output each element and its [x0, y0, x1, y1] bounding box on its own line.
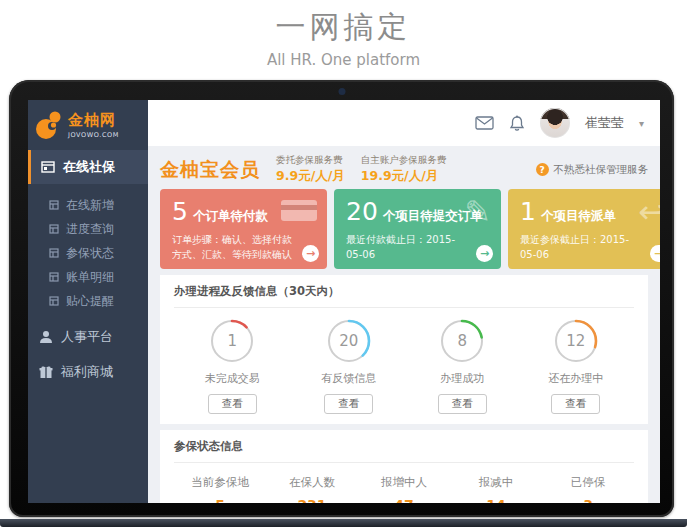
stat-adding-count: 报增中人 47	[358, 475, 450, 503]
list-icon	[49, 200, 59, 210]
stat-stopped-count: 已停保 3	[542, 475, 634, 503]
window-icon	[41, 161, 55, 173]
sidebar-item-label: 人事平台	[61, 328, 113, 346]
person-icon	[39, 330, 53, 344]
plan-entrusted: 委托参保服务费 9.9元/人/月	[276, 154, 345, 185]
card-projects-to-dispatch[interactable]: ↩ 1 个项目待派单 最近参保截止日：2015-05-06 →	[508, 189, 660, 269]
stat-value: 5	[174, 497, 266, 503]
plan-price: 9.9元/人/月	[276, 168, 345, 185]
member-title: 金柚宝会员	[160, 157, 260, 183]
pencil-icon: ✎	[464, 193, 491, 231]
sidebar-item-bill-detail[interactable]: 账单明细	[28, 265, 148, 289]
webcam-dot	[338, 88, 345, 95]
mail-icon[interactable]	[475, 116, 494, 130]
chevron-down-icon[interactable]: ▾	[639, 118, 644, 129]
view-button[interactable]: 查看	[208, 394, 257, 414]
logo[interactable]: 金柚网 JOVOWO.COM	[28, 100, 148, 150]
stat-current-locations: 当前参保地 5	[174, 475, 266, 503]
stat-label: 办理成功	[438, 371, 487, 386]
app-screen: 金柚网 JOVOWO.COM 在线社保 在线新增	[28, 100, 660, 503]
stat-in-progress: 12 还在办理中 查看	[548, 318, 603, 414]
status-stats: 当前参保地 5 在保人数 231 报增中人 47 报减中 14	[174, 475, 634, 503]
stat-value: 20	[326, 318, 372, 364]
card-title: 个项目待派单	[541, 208, 616, 225]
summary-cards: 5 个订单待付款 订单步骤：确认、选择付款方式、汇款、等待到款确认 → ✎ 20…	[148, 189, 660, 269]
sidebar-item-label: 福利商城	[61, 363, 113, 381]
help-text: 不熟悉社保管理服务	[554, 163, 649, 177]
stat-label: 报减中	[450, 475, 542, 490]
sidebar-item-progress-query[interactable]: 进度查询	[28, 217, 148, 241]
stat-value: 47	[358, 497, 450, 503]
card-count: 1	[520, 199, 536, 224]
sidebar-item-label: 账单明细	[66, 269, 114, 286]
plan-label: 委托参保服务费	[276, 154, 345, 167]
user-name[interactable]: 崔莹莹	[585, 114, 624, 132]
list-icon	[49, 224, 59, 234]
stat-label: 当前参保地	[174, 475, 266, 490]
view-button[interactable]: 查看	[438, 394, 487, 414]
sidebar-item-hr-platform[interactable]: 人事平台	[28, 322, 148, 352]
stat-value: 3	[542, 497, 634, 503]
card-title: 个订单待付款	[193, 208, 268, 225]
help-link[interactable]: ? 不熟悉社保管理服务	[536, 163, 649, 177]
avatar[interactable]	[540, 108, 570, 138]
progress-ring: 20	[326, 318, 372, 364]
laptop-frame: 金柚网 JOVOWO.COM 在线社保 在线新增	[9, 80, 674, 517]
sidebar-item-reminder[interactable]: 贴心提醒	[28, 289, 148, 313]
stat-value: 12	[553, 318, 599, 364]
sidebar-item-welfare-mall[interactable]: 福利商城	[28, 357, 148, 387]
sidebar-item-online-add[interactable]: 在线新增	[28, 193, 148, 217]
progress-ring: 1	[209, 318, 255, 364]
logo-text: 金柚网 JOVOWO.COM	[68, 111, 119, 139]
stat-removing-count: 报减中 14	[450, 475, 542, 503]
arrow-right-icon[interactable]: →	[476, 245, 493, 262]
card-projects-to-submit[interactable]: ✎ 20 个项目待提交订单 最近付款截止日：2015-05-06 →	[334, 189, 501, 269]
logo-domain: JOVOWO.COM	[68, 131, 119, 139]
sidebar-item-label: 贴心提醒	[66, 293, 114, 310]
stat-insured-count: 在保人数 231	[266, 475, 358, 503]
stat-label: 还在办理中	[548, 371, 603, 386]
view-button[interactable]: 查看	[551, 394, 600, 414]
view-button[interactable]: 查看	[324, 394, 373, 414]
card-description: 订单步骤：确认、选择付款方式、汇款、等待到款确认	[172, 232, 317, 262]
laptop-base	[0, 519, 687, 527]
hero-section: 一网搞定 All HR. One platform	[0, 7, 687, 69]
reply-arrow-icon: ↩	[638, 193, 660, 231]
plan-label: 自主账户参保服务费	[361, 154, 447, 167]
stat-value: 14	[450, 497, 542, 503]
status-panel: 参保状态信息 当前参保地 5 在保人数 231 报增中人 47	[160, 430, 648, 503]
sidebar-item-label: 参保状态	[66, 245, 114, 262]
sidebar: 金柚网 JOVOWO.COM 在线社保 在线新增	[28, 100, 148, 503]
question-icon: ?	[536, 163, 549, 176]
sidebar-item-label: 在线社保	[63, 158, 115, 176]
stat-label: 已停保	[542, 475, 634, 490]
progress-panel: 办理进程及反馈信息（30天内） 1 未完成交易 查看	[160, 275, 648, 424]
main-area: 崔莹莹 ▾ 金柚宝会员 委托参保服务费 9.9元/人/月 自主账户参保服务费 1…	[148, 100, 660, 503]
card-count: 20	[346, 199, 378, 224]
stat-feedback-messages: 20 有反馈信息 查看	[321, 318, 376, 414]
sidebar-item-online-shebao[interactable]: 在线社保	[28, 150, 148, 184]
bell-icon[interactable]	[509, 115, 525, 132]
stat-value: 8	[439, 318, 485, 364]
gift-icon	[39, 365, 53, 379]
stat-value: 231	[266, 497, 358, 503]
list-icon	[49, 272, 59, 282]
card-orders-to-pay[interactable]: 5 个订单待付款 订单步骤：确认、选择付款方式、汇款、等待到款确认 →	[160, 189, 327, 269]
sidebar-item-label: 在线新增	[66, 197, 114, 214]
stat-unfinished-trades: 1 未完成交易 查看	[205, 318, 260, 414]
stat-value: 1	[209, 318, 255, 364]
stat-label: 未完成交易	[205, 371, 260, 386]
arrow-right-icon[interactable]: →	[650, 245, 660, 262]
topbar: 崔莹莹 ▾	[148, 100, 660, 146]
arrow-right-icon[interactable]: →	[302, 245, 319, 262]
logo-mark-icon	[35, 109, 63, 141]
stat-handled-success: 8 办理成功 查看	[438, 318, 487, 414]
member-header: 金柚宝会员 委托参保服务费 9.9元/人/月 自主账户参保服务费 19.9元/人…	[148, 146, 660, 189]
logo-name: 金柚网	[68, 111, 119, 130]
progress-circles: 1 未完成交易 查看 20 有反馈信息	[174, 318, 634, 414]
progress-ring: 8	[439, 318, 485, 364]
stat-label: 报增中人	[358, 475, 450, 490]
plan-price: 19.9元/人/月	[361, 168, 447, 185]
list-icon	[49, 296, 59, 306]
sidebar-item-insure-status[interactable]: 参保状态	[28, 241, 148, 265]
